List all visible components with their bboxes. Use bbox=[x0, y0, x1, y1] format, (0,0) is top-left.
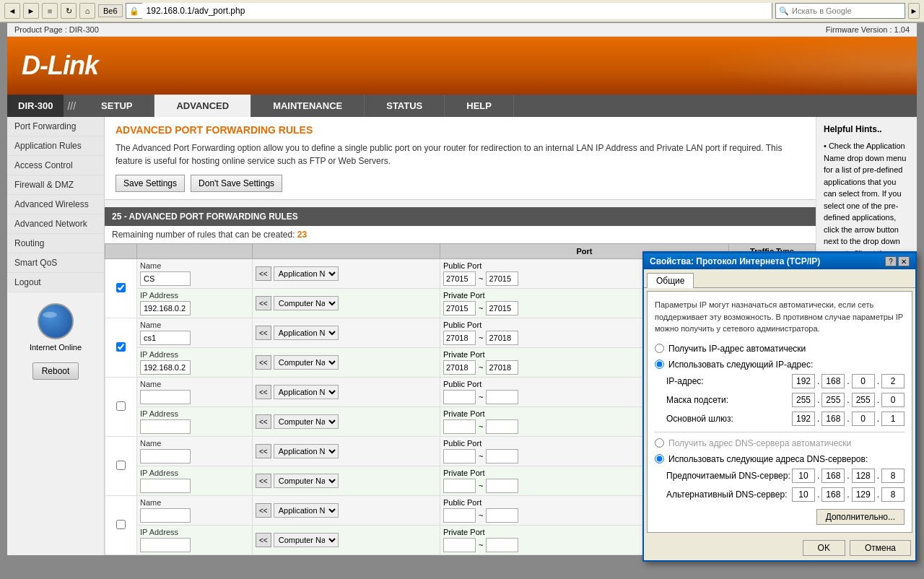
preferred-dns-2[interactable] bbox=[821, 469, 845, 483]
gateway-octet-1[interactable] bbox=[792, 412, 815, 426]
nav-tab-help[interactable]: HELP bbox=[445, 95, 514, 117]
row-2-app-select[interactable]: Application Name bbox=[274, 385, 339, 399]
subnet-octet-2[interactable] bbox=[821, 393, 845, 407]
row-1-public-to[interactable] bbox=[486, 331, 518, 345]
row-4-public-to[interactable] bbox=[486, 508, 518, 523]
row-4-computer-arrow[interactable]: << bbox=[256, 533, 271, 547]
row-0-ip-input[interactable] bbox=[140, 301, 191, 315]
row-2-app-arrow[interactable]: << bbox=[256, 385, 271, 399]
row-2-name-input[interactable] bbox=[140, 390, 191, 404]
row-4-computer-select[interactable]: Computer Name bbox=[274, 533, 339, 547]
row-1-app-select[interactable]: Application Name bbox=[274, 326, 339, 340]
alternate-dns-1[interactable] bbox=[792, 487, 815, 502]
row-0-computer-arrow[interactable]: << bbox=[256, 296, 271, 310]
radio-auto-dns[interactable]: Получить адрес DNS-сервера автоматически bbox=[655, 438, 905, 448]
advanced-button[interactable]: Дополнительно... bbox=[816, 509, 905, 525]
sidebar-item-advanced-wireless[interactable]: Advanced Wireless bbox=[7, 195, 104, 214]
row-4-app-select[interactable]: Application Name bbox=[274, 503, 339, 518]
dialog-cancel-button[interactable]: Отмена bbox=[850, 540, 911, 556]
alternate-dns-3[interactable] bbox=[852, 487, 875, 502]
gateway-octet-4[interactable] bbox=[881, 412, 905, 426]
dialog-ok-button[interactable]: OK bbox=[803, 540, 845, 556]
row-2-checkbox[interactable] bbox=[116, 401, 126, 411]
ip-octet-2[interactable] bbox=[821, 374, 845, 388]
row-3-computer-select[interactable]: Computer Name bbox=[274, 474, 339, 488]
radio-auto-ip[interactable]: Получить IP-адрес автоматически bbox=[655, 344, 905, 354]
row-4-app-arrow[interactable]: << bbox=[256, 503, 271, 518]
nav-tab-advanced[interactable]: ADVANCED bbox=[154, 95, 251, 117]
row-1-private-from[interactable] bbox=[443, 360, 476, 375]
row-1-app-arrow[interactable]: << bbox=[256, 326, 271, 340]
ip-octet-4[interactable] bbox=[881, 374, 905, 388]
row-4-private-from[interactable] bbox=[443, 538, 476, 552]
row-0-app-select[interactable]: Application Name bbox=[274, 266, 339, 281]
gateway-octet-3[interactable] bbox=[852, 412, 875, 426]
row-3-checkbox[interactable] bbox=[116, 461, 126, 470]
save-settings-button[interactable]: Save Settings bbox=[116, 175, 185, 192]
home-button[interactable]: ⌂ bbox=[79, 3, 95, 19]
row-3-public-to[interactable] bbox=[486, 449, 518, 463]
row-2-public-from[interactable] bbox=[443, 390, 476, 404]
dialog-close-button[interactable]: ✕ bbox=[898, 256, 910, 266]
row-1-computer-select[interactable]: Computer Name bbox=[274, 355, 339, 370]
reboot-button[interactable]: Reboot bbox=[32, 362, 79, 380]
sidebar-item-advanced-network[interactable]: Advanced Network bbox=[7, 214, 104, 234]
row-0-checkbox[interactable] bbox=[116, 283, 126, 292]
row-3-computer-arrow[interactable]: << bbox=[256, 474, 271, 488]
alternate-dns-4[interactable] bbox=[881, 487, 905, 502]
row-0-name-input[interactable] bbox=[140, 271, 191, 286]
dialog-help-button[interactable]: ? bbox=[885, 256, 897, 266]
row-3-ip-input[interactable] bbox=[140, 479, 191, 493]
subnet-octet-4[interactable] bbox=[881, 393, 905, 407]
row-1-computer-arrow[interactable]: << bbox=[256, 355, 271, 370]
row-0-computer-select[interactable]: Computer Name bbox=[274, 296, 339, 310]
sidebar-item-port-forwarding[interactable]: Port Forwarding bbox=[7, 117, 104, 136]
dialog-tab-general[interactable]: Общие bbox=[647, 273, 694, 288]
row-3-private-to[interactable] bbox=[486, 479, 518, 493]
row-2-private-from[interactable] bbox=[443, 419, 476, 434]
ip-octet-1[interactable] bbox=[792, 374, 815, 388]
radio-manual-ip[interactable]: Использовать следующий IP-адрес: bbox=[655, 360, 905, 370]
sidebar-item-application-rules[interactable]: Application Rules bbox=[7, 136, 104, 156]
sidebar-item-logout[interactable]: Logout bbox=[7, 273, 104, 292]
row-4-name-input[interactable] bbox=[140, 508, 191, 523]
nav-tab-maintenance[interactable]: MAINTENANCE bbox=[251, 95, 365, 117]
row-1-private-to[interactable] bbox=[486, 360, 518, 375]
row-2-public-to[interactable] bbox=[486, 390, 518, 404]
sidebar-item-smart-qos[interactable]: Smart QoS bbox=[7, 253, 104, 273]
row-4-checkbox[interactable] bbox=[116, 520, 126, 529]
row-1-checkbox[interactable] bbox=[116, 342, 126, 352]
gateway-octet-2[interactable] bbox=[821, 412, 845, 426]
dont-save-settings-button[interactable]: Don't Save Settings bbox=[191, 175, 282, 192]
row-1-public-from[interactable] bbox=[443, 331, 476, 345]
row-2-private-to[interactable] bbox=[486, 419, 518, 434]
refresh-button[interactable]: ↻ bbox=[61, 3, 77, 19]
search-input[interactable] bbox=[792, 6, 879, 15]
row-3-app-arrow[interactable]: << bbox=[256, 444, 271, 458]
row-2-computer-select[interactable]: Computer Name bbox=[274, 414, 339, 429]
row-3-name-input[interactable] bbox=[140, 449, 191, 463]
subnet-octet-3[interactable] bbox=[852, 393, 875, 407]
sidebar-item-access-control[interactable]: Access Control bbox=[7, 156, 104, 175]
row-0-private-from[interactable] bbox=[443, 301, 476, 315]
preferred-dns-4[interactable] bbox=[881, 469, 905, 483]
back-button[interactable]: ◄ bbox=[4, 3, 20, 19]
row-2-computer-arrow[interactable]: << bbox=[256, 414, 271, 429]
row-2-ip-input[interactable] bbox=[140, 419, 191, 434]
sidebar-item-routing[interactable]: Routing bbox=[7, 234, 104, 253]
address-bar[interactable] bbox=[142, 3, 772, 19]
nav-tab-setup[interactable]: SETUP bbox=[79, 95, 154, 117]
row-3-public-from[interactable] bbox=[443, 449, 476, 463]
ip-octet-3[interactable] bbox=[852, 374, 875, 388]
preferred-dns-3[interactable] bbox=[852, 469, 875, 483]
forward-button[interactable]: ► bbox=[23, 3, 39, 19]
subnet-octet-1[interactable] bbox=[792, 393, 815, 407]
row-0-public-from[interactable] bbox=[443, 271, 476, 286]
row-4-private-to[interactable] bbox=[486, 538, 518, 552]
row-0-app-arrow[interactable]: << bbox=[256, 266, 271, 281]
row-3-app-select[interactable]: Application Name bbox=[274, 444, 339, 458]
row-0-private-to[interactable] bbox=[486, 301, 518, 315]
sidebar-item-firewall-dmz[interactable]: Firewall & DMZ bbox=[7, 175, 104, 195]
nav-tab-status[interactable]: STATUS bbox=[365, 95, 445, 117]
row-4-public-from[interactable] bbox=[443, 508, 476, 523]
